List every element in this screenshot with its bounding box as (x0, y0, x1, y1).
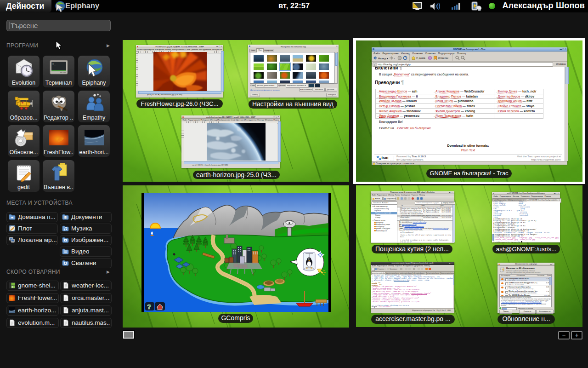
svg-text:>_: >_ (52, 63, 56, 66)
svg-text:?: ? (147, 303, 151, 310)
